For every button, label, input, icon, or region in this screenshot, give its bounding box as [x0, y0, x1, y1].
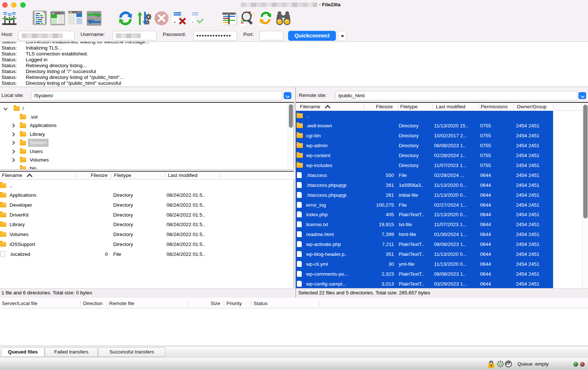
- svg-text:A: A: [499, 362, 502, 367]
